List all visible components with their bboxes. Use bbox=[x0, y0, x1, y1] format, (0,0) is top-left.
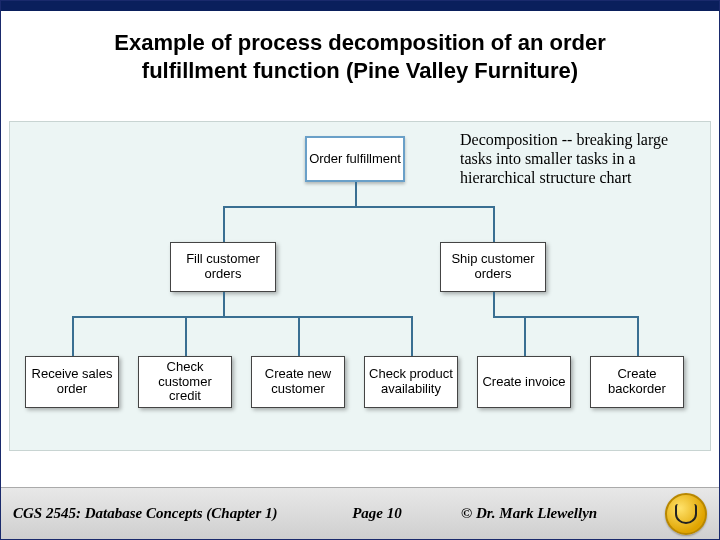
slide-footer: CGS 2545: Database Concepts (Chapter 1) … bbox=[1, 487, 719, 539]
title-line-2: fulfillment function (Pine Valley Furnit… bbox=[142, 58, 578, 83]
connector bbox=[493, 316, 526, 318]
footer-course: CGS 2545: Database Concepts (Chapter 1) bbox=[13, 505, 293, 522]
slide: Example of process decomposition of an o… bbox=[0, 0, 720, 540]
top-accent-bar bbox=[1, 1, 719, 11]
footer-copyright: © Dr. Mark Llewellyn bbox=[461, 505, 641, 522]
connector bbox=[355, 182, 357, 206]
node-leaf-4: Create invoice bbox=[477, 356, 571, 408]
connector bbox=[524, 316, 526, 356]
annotation-text: Decomposition -- breaking large tasks in… bbox=[460, 130, 685, 188]
connector bbox=[411, 316, 413, 356]
connector bbox=[493, 206, 495, 242]
connector bbox=[72, 316, 413, 318]
node-mid-1: Ship customer orders bbox=[440, 242, 546, 292]
node-root: Order fulfillment bbox=[305, 136, 405, 182]
decomposition-chart: Decomposition -- breaking large tasks in… bbox=[9, 121, 711, 451]
title-text: Example of process decomposition of an o… bbox=[61, 29, 659, 84]
node-leaf-0: Receive sales order bbox=[25, 356, 119, 408]
node-leaf-2: Create new customer bbox=[251, 356, 345, 408]
node-mid-0: Fill customer orders bbox=[170, 242, 276, 292]
node-leaf-5: Create backorder bbox=[590, 356, 684, 408]
connector bbox=[185, 316, 187, 356]
connector bbox=[223, 292, 225, 316]
footer-page: Page 10 bbox=[317, 505, 437, 522]
connector bbox=[223, 206, 495, 208]
title-line-1: Example of process decomposition of an o… bbox=[114, 30, 605, 55]
connector bbox=[637, 316, 639, 356]
node-leaf-3: Check product availability bbox=[364, 356, 458, 408]
slide-title: Example of process decomposition of an o… bbox=[1, 11, 719, 94]
node-leaf-1: Check customer credit bbox=[138, 356, 232, 408]
ucf-logo-icon bbox=[665, 493, 707, 535]
connector bbox=[72, 316, 74, 356]
connector bbox=[223, 206, 225, 242]
connector bbox=[298, 316, 300, 356]
connector bbox=[493, 292, 495, 316]
